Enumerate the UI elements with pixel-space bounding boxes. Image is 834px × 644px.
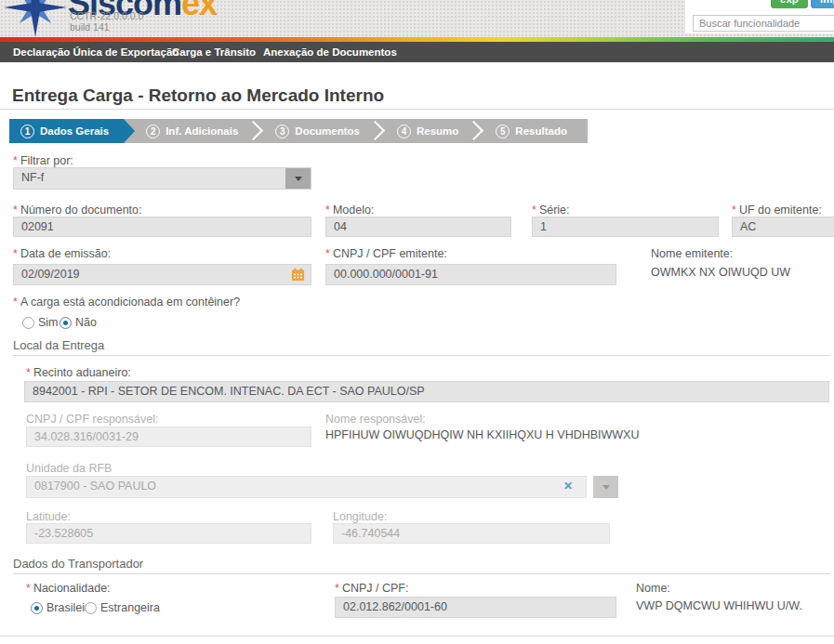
step-resultado[interactable]: 5 Resultado xyxy=(473,119,588,143)
nome-responsavel-value: HPFIHUW OIWUQDHQIW NH KXIIHQXU H VHDHBIW… xyxy=(325,428,640,441)
section-divider xyxy=(13,355,830,356)
data-emissao-input[interactable]: 02/09/2019 xyxy=(13,264,311,285)
radio-estrangeira[interactable] xyxy=(85,602,97,614)
calendar-icon[interactable] xyxy=(291,268,305,282)
siscomex-page: Siscomex CCTR-22.0.0.0.0 build 141 exp i… xyxy=(0,0,834,644)
app-version: CCTR-22.0.0.0.0 xyxy=(70,10,143,21)
radio-nao-label[interactable]: Não xyxy=(75,316,97,329)
latitude-label: Latitude: xyxy=(26,510,71,523)
cnpj-cpf-responsavel-label: CNPJ / CPF responsável: xyxy=(26,413,158,426)
section-local-entrega: Local da Entrega xyxy=(13,338,104,352)
step-number-badge: 2 xyxy=(146,125,160,138)
title-divider xyxy=(0,109,834,110)
recinto-aduaneiro-input[interactable]: 8942001 - RPI - SETOR DE ENCOM. INTENAC.… xyxy=(24,381,829,402)
clear-icon[interactable]: ✕ xyxy=(563,480,573,493)
nav-item-carga-transito[interactable]: Carga e Trânsito xyxy=(172,42,256,62)
nav-item-anexacao[interactable]: Anexação de Documentos xyxy=(263,42,397,62)
nome-responsavel-label: Nome responsável: xyxy=(325,413,426,426)
step-documentos[interactable]: 3 Documentos xyxy=(253,119,375,143)
step-inf-adicionais[interactable]: 2 Inf. Adicionais xyxy=(124,119,253,143)
numero-documento-input[interactable]: 02091 xyxy=(13,217,311,237)
cnpj-cpf-transportador-label: *CNPJ / CPF: xyxy=(335,582,408,595)
app-build: build 141 xyxy=(70,21,110,33)
imp-button[interactable]: imp xyxy=(811,0,834,8)
nome-transportador-value: VWP DQMCWU WHIHWU U/W. xyxy=(636,599,802,612)
cnpj-cpf-emitente-label: *CNPJ / CPF emitente: xyxy=(325,247,447,260)
serie-input[interactable]: 1 xyxy=(532,217,719,237)
exp-button[interactable]: exp xyxy=(771,0,808,8)
unidade-rfb-label: Unidade da RFB xyxy=(26,462,112,475)
nome-emitente-value: OWMKX NX OIWUQD UW xyxy=(651,266,790,279)
page-title: Entrega Carga - Retorno ao Mercado Inter… xyxy=(12,85,384,106)
bottom-divider xyxy=(0,636,834,637)
step-number-badge: 1 xyxy=(20,125,34,138)
latitude-input: -23.528605 xyxy=(26,523,311,544)
serie-label: *Série: xyxy=(532,204,570,217)
cnpj-cpf-emitente-input[interactable]: 00.000.000/0001-91 xyxy=(325,264,616,285)
step-resumo[interactable]: 4 Resumo xyxy=(375,119,473,143)
radio-sim-label[interactable]: Sim xyxy=(38,316,59,329)
nome-transportador-label: Nome: xyxy=(636,582,670,595)
numero-documento-label: *Número do documento: xyxy=(13,204,142,217)
recinto-aduaneiro-label: *Recinto aduaneiro: xyxy=(26,366,131,379)
section-divider xyxy=(13,573,830,574)
unidade-rfb-input: 0817900 - SAO PAULO xyxy=(26,476,587,498)
data-emissao-label: *Data de emissão: xyxy=(13,247,111,260)
modelo-input[interactable]: 04 xyxy=(325,217,511,237)
nav-item-declaracao-unica[interactable]: Declaração Única de Exportação xyxy=(13,42,179,62)
section-dados-transportador: Dados do Transportador xyxy=(13,557,143,571)
cnpj-cpf-responsavel-input: 34.028.316/0031-29 xyxy=(26,427,311,447)
radio-estrangeira-label[interactable]: Estrangeira xyxy=(100,601,160,614)
app-header: Siscomex CCTR-22.0.0.0.0 build 141 exp i… xyxy=(0,0,834,37)
nome-emitente-label: Nome emitente: xyxy=(651,247,733,260)
radio-brasileira[interactable] xyxy=(31,602,43,614)
modelo-label: *Modelo: xyxy=(325,204,374,217)
carga-conteiner-label: *A carga está acondicionada em contêiner… xyxy=(13,296,240,309)
step-number-badge: 5 xyxy=(496,125,510,138)
longitude-label: Longitude: xyxy=(333,510,387,523)
wizard-steps: 1 Dados Gerais 2 Inf. Adicionais 3 Docum… xyxy=(9,119,588,143)
filtrar-por-label: *Filtrar por: xyxy=(13,154,73,167)
main-nav: Declaração Única de Exportação Carga e T… xyxy=(0,42,834,62)
radio-nao[interactable] xyxy=(60,317,72,329)
nacionalidade-label: *Nacionalidade: xyxy=(26,582,111,595)
search-input[interactable] xyxy=(693,15,834,32)
filtrar-por-select[interactable]: NF-f xyxy=(13,167,311,190)
unidade-rfb-dropdown-button xyxy=(593,476,618,498)
compass-logo-icon xyxy=(4,0,67,37)
step-dados-gerais[interactable]: 1 Dados Gerais xyxy=(9,119,124,143)
uf-emitente-input[interactable]: AC xyxy=(732,217,834,237)
chevron-down-icon[interactable] xyxy=(285,168,311,189)
radio-sim[interactable] xyxy=(22,317,34,329)
step-arrow-icon xyxy=(124,119,135,143)
step-number-badge: 4 xyxy=(397,125,411,138)
step-number-badge: 3 xyxy=(275,125,289,138)
longitude-input: -46.740544 xyxy=(333,523,610,544)
uf-emitente-label: *UF do emitente: xyxy=(732,204,822,217)
cnpj-cpf-transportador-input[interactable]: 02.012.862/0001-60 xyxy=(335,597,616,618)
